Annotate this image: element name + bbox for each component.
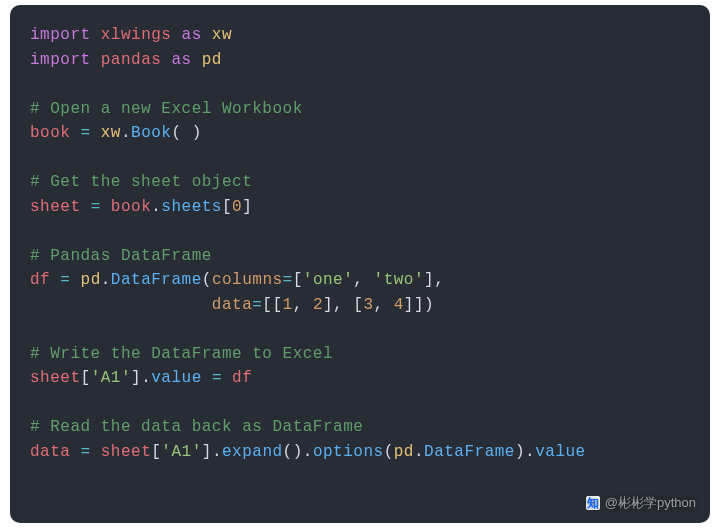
module-name: xlwings: [101, 26, 172, 44]
attr-value: value: [151, 369, 202, 387]
keyword-import: import: [30, 51, 91, 69]
attr-value: value: [535, 443, 586, 461]
obj-book: book: [111, 198, 151, 216]
code-line: import pandas as pd: [30, 51, 222, 69]
var-data: data: [30, 443, 70, 461]
comment: # Get the sheet object: [30, 173, 252, 191]
code-line: import xlwings as xw: [30, 26, 232, 44]
watermark: 知 @彬彬学python: [586, 491, 696, 516]
attr-sheets: sheets: [161, 198, 222, 216]
code-line: book = xw.Book( ): [30, 124, 202, 142]
kwarg-data: data: [212, 296, 252, 314]
var-df: df: [30, 271, 50, 289]
code-line: sheet['A1'].value = df: [30, 369, 252, 387]
obj-sheet: sheet: [101, 443, 152, 461]
keyword-as: as: [182, 26, 202, 44]
code-block: import xlwings as xw import pandas as pd…: [10, 5, 710, 523]
str-a1: 'A1': [91, 369, 131, 387]
obj-pd: pd: [394, 443, 414, 461]
call-dataframe: DataFrame: [111, 271, 202, 289]
code-line: data = sheet['A1'].expand().options(pd.D…: [30, 443, 586, 461]
cls-dataframe: DataFrame: [424, 443, 515, 461]
code-line: sheet = book.sheets[0]: [30, 198, 252, 216]
obj-sheet: sheet: [30, 369, 81, 387]
alias: xw: [212, 26, 232, 44]
code-line: df = pd.DataFrame(columns=['one', 'two']…: [30, 271, 444, 289]
module-name: pandas: [101, 51, 162, 69]
var-book: book: [30, 124, 70, 142]
call-expand: expand: [222, 443, 283, 461]
index-zero: 0: [232, 198, 242, 216]
alias: pd: [202, 51, 222, 69]
comment: # Read the data back as DataFrame: [30, 418, 363, 436]
var-df: df: [232, 369, 252, 387]
call-book: Book: [131, 124, 171, 142]
call-options: options: [313, 443, 384, 461]
keyword-as: as: [171, 51, 191, 69]
zhihu-logo-icon: 知: [586, 496, 600, 510]
str-one: 'one': [303, 271, 354, 289]
var-sheet: sheet: [30, 198, 81, 216]
comment: # Pandas DataFrame: [30, 247, 212, 265]
code-line: data=[[1, 2], [3, 4]]): [30, 296, 434, 314]
op-eq: =: [91, 198, 101, 216]
str-a1: 'A1': [161, 443, 201, 461]
keyword-import: import: [30, 26, 91, 44]
comment: # Write the DataFrame to Excel: [30, 345, 333, 363]
comment: # Open a new Excel Workbook: [30, 100, 303, 118]
obj-xw: xw: [101, 124, 121, 142]
obj-pd: pd: [81, 271, 101, 289]
str-two: 'two': [374, 271, 425, 289]
watermark-text: @彬彬学python: [605, 491, 696, 516]
op-eq: =: [212, 369, 222, 387]
op-eq: =: [60, 271, 70, 289]
op-eq: =: [81, 443, 91, 461]
kwarg-columns: columns: [212, 271, 283, 289]
op-eq: =: [81, 124, 91, 142]
